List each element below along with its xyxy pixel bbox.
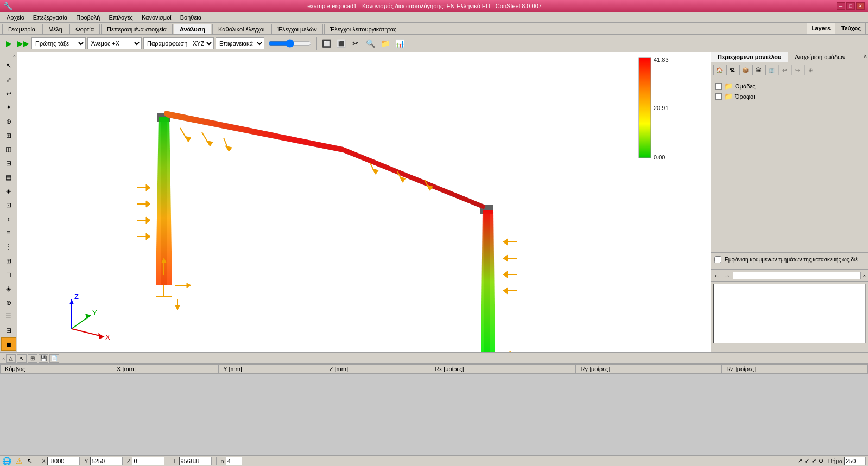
- app-icon: 🔧: [3, 2, 12, 10]
- menu-file[interactable]: Αρχείο: [2, 13, 29, 22]
- rp-btn-3[interactable]: 📦: [739, 65, 751, 75]
- teuchos-button[interactable]: Τεύχος: [837, 22, 866, 34]
- tab-global-checks[interactable]: Καθολικοί έλεγχοι: [212, 24, 270, 34]
- table-btn-delta[interactable]: △: [6, 354, 16, 363]
- table-btn-export[interactable]: 📄: [49, 354, 59, 363]
- y-input[interactable]: [90, 457, 123, 465]
- sidebar-btn-check[interactable]: ⊟: [1, 324, 16, 337]
- checkbox-groups[interactable]: [715, 83, 722, 90]
- right-section-close[interactable]: ×: [863, 273, 866, 278]
- tree-item-floors[interactable]: 📁 Όροφοι: [713, 91, 866, 101]
- sidebar-btn-active[interactable]: ◼: [1, 337, 16, 351]
- deform-combo[interactable]: Παραμόρφωση - XYZ: [143, 37, 214, 49]
- cursor-icon: ↖: [27, 457, 33, 465]
- svg-text:41.83: 41.83: [654, 56, 669, 63]
- rp-btn-8[interactable]: ⊕: [804, 65, 816, 75]
- table-btn-arrow[interactable]: ↖: [17, 354, 27, 363]
- nav-prev-button[interactable]: ←: [713, 271, 721, 280]
- status-icon-1: ↗: [797, 457, 802, 464]
- nav-next-button[interactable]: →: [723, 271, 731, 280]
- tab-member-checks[interactable]: Έλεγχοι μελών: [271, 24, 322, 34]
- sidebar-btn-measure[interactable]: ☰: [1, 310, 16, 323]
- sidebar-btn-undo[interactable]: ↩: [1, 87, 16, 100]
- hidden-parts-checkbox[interactable]: [714, 256, 721, 263]
- sidebar-btn-trim[interactable]: ◈: [1, 282, 16, 296]
- menu-view[interactable]: Προβολή: [72, 13, 104, 22]
- tab-model-content[interactable]: Περιεχόμενο μοντέλου: [711, 52, 788, 62]
- l-input[interactable]: [179, 457, 212, 465]
- view-btn-1[interactable]: 🔲: [320, 37, 333, 50]
- table-btn-grid[interactable]: ⊞: [28, 354, 37, 363]
- step-input[interactable]: [844, 457, 866, 465]
- tab-fem[interactable]: Πεπερασμένα στοιχεία: [101, 24, 173, 34]
- maximize-button[interactable]: □: [846, 2, 855, 10]
- sidebar-close[interactable]: ×: [13, 53, 17, 59]
- right-bottom-options: Εμφάνιση κρυμμένων τμημάτων της κατασκευ…: [711, 252, 868, 269]
- sidebar-btn-move[interactable]: ↕: [1, 212, 16, 226]
- menu-options[interactable]: Επιλογές: [104, 13, 137, 22]
- sidebar-btn-scale[interactable]: ⊞: [1, 254, 16, 267]
- z-input[interactable]: [132, 457, 164, 465]
- sidebar-btn-select[interactable]: ⤢: [1, 73, 16, 87]
- sidebar-btn-cursor[interactable]: ↖: [1, 59, 16, 73]
- status-right-icons: ↗ ↙ ⤢ ⊕ Βήμα: [797, 457, 866, 465]
- play2-button[interactable]: ▶▶: [17, 37, 30, 50]
- rp-btn-1[interactable]: 🏠: [713, 65, 725, 75]
- sidebar-btn-section[interactable]: ⊡: [1, 199, 16, 212]
- rp-btn-6[interactable]: ↩: [778, 65, 790, 75]
- view-btn-4[interactable]: 🔍: [364, 37, 377, 50]
- col-rz: Rz [μοίρες]: [722, 365, 868, 374]
- n-input[interactable]: [226, 457, 242, 465]
- sidebar-btn-table[interactable]: ▤: [1, 170, 16, 184]
- menu-regulations[interactable]: Κανονισμοί: [137, 13, 176, 22]
- view-btn-6[interactable]: 📊: [393, 37, 406, 50]
- svg-text:Z: Z: [74, 292, 79, 301]
- sidebar-btn-mirror[interactable]: ≡: [1, 226, 16, 240]
- rp-btn-4[interactable]: 🏛: [752, 65, 764, 75]
- tab-geometry[interactable]: Γεωμετρία: [2, 24, 41, 34]
- tree-label-groups: Ομάδες: [735, 83, 756, 90]
- sidebar-btn-extend[interactable]: ⊕: [1, 296, 16, 309]
- layers-button[interactable]: Layers: [807, 22, 835, 34]
- x-label: X: [42, 458, 46, 464]
- close-button[interactable]: ✕: [856, 2, 865, 10]
- tab-loads[interactable]: Φορτία: [69, 24, 100, 34]
- play-button[interactable]: ▶: [2, 37, 15, 50]
- rp-btn-7[interactable]: ↪: [791, 65, 803, 75]
- menu-help[interactable]: Βοήθεια: [176, 13, 206, 22]
- title-bar: 🔧 example-ergocad1 - Κανονισμός διαστασι…: [0, 0, 868, 12]
- checkbox-floors[interactable]: [715, 93, 722, 100]
- bottom-close[interactable]: ×: [2, 356, 5, 361]
- sidebar-btn-copy[interactable]: ⋮: [1, 240, 16, 254]
- tab-members[interactable]: Μέλη: [42, 24, 68, 34]
- x-input[interactable]: [47, 457, 80, 465]
- sidebar-btn-rect[interactable]: ⊞: [1, 129, 16, 142]
- tree-item-groups[interactable]: 📁 Ομάδες: [713, 81, 866, 91]
- rp-btn-5[interactable]: 🏢: [765, 65, 777, 75]
- wind-combo[interactable]: Άνεμος +X: [87, 37, 142, 49]
- surface-combo[interactable]: Επιφανειακά: [216, 37, 264, 49]
- sidebar-btn-poly[interactable]: ◫: [1, 143, 16, 156]
- sidebar-btn-node[interactable]: ◈: [1, 184, 16, 198]
- view-btn-5[interactable]: 📁: [378, 37, 391, 50]
- tab-analysis[interactable]: Ανάλυση: [174, 24, 211, 34]
- svg-rect-60: [639, 58, 651, 158]
- sidebar-btn-grid[interactable]: ⊟: [1, 157, 16, 170]
- view-btn-3[interactable]: ✂: [349, 37, 362, 50]
- viewport[interactable]: Z Y X: [17, 52, 711, 352]
- table-btn-save[interactable]: 💾: [39, 354, 48, 363]
- sidebar-btn-draw[interactable]: ⊕: [1, 115, 16, 129]
- tab-serviceability[interactable]: Έλεγχοι λειτουργικότητας: [324, 24, 403, 34]
- rp-btn-2[interactable]: 🏗: [726, 65, 738, 75]
- tab-group-management[interactable]: Διαχείριση ομάδων: [788, 52, 852, 62]
- sidebar-btn-snap[interactable]: ✦: [1, 101, 16, 114]
- right-panel-close[interactable]: ×: [863, 52, 868, 62]
- step-label: Βήμα: [828, 458, 842, 464]
- view-btn-2[interactable]: 🔳: [334, 37, 347, 50]
- minimize-button[interactable]: ─: [837, 2, 845, 10]
- load-combo[interactable]: Πρώτης τάξε: [31, 37, 86, 49]
- sidebar-btn-rotate[interactable]: ◻: [1, 268, 16, 282]
- menu-edit[interactable]: Επεξεργασία: [29, 13, 72, 22]
- deform-slider[interactable]: [268, 39, 312, 48]
- hidden-parts-row: Εμφάνιση κρυμμένων τμημάτων της κατασκευ…: [714, 256, 865, 263]
